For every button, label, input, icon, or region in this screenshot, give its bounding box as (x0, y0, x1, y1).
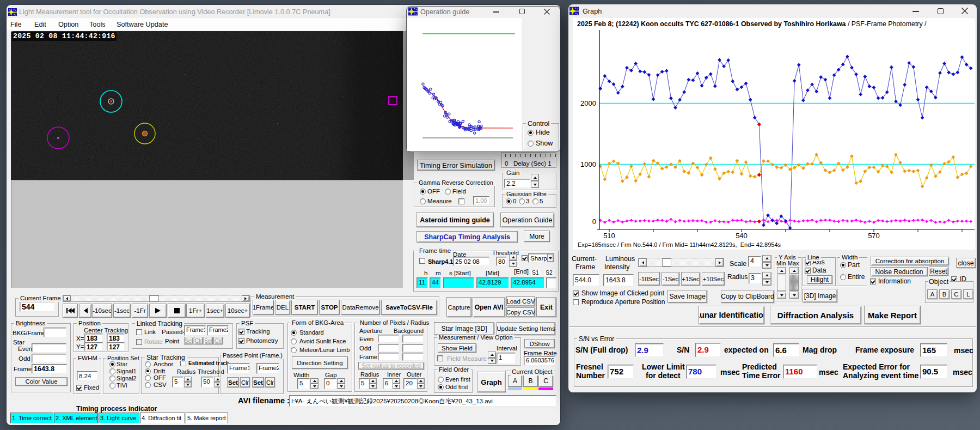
svg-text:0: 0 (592, 217, 596, 226)
svg-text:570: 570 (868, 232, 880, 240)
svg-text:1000: 1000 (580, 160, 596, 168)
svg-text:540: 540 (736, 232, 748, 240)
svg-text:2000: 2000 (580, 99, 596, 107)
svg-text:510: 510 (603, 232, 615, 240)
